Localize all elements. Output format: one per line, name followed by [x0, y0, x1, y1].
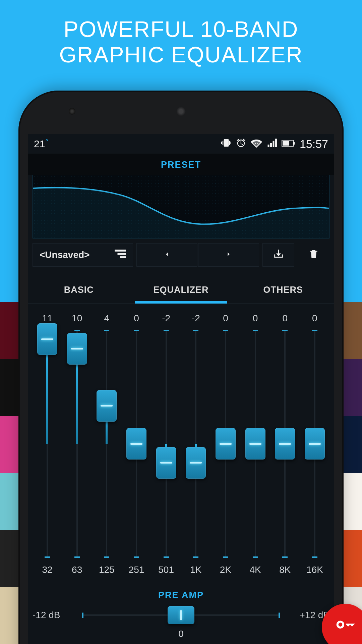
- tab-equalizer[interactable]: EQUALIZER: [130, 276, 232, 303]
- preset-delete-button[interactable]: [298, 243, 329, 267]
- eq-band-freq: 63: [72, 565, 82, 575]
- phone-earpiece: [176, 107, 186, 116]
- key-icon: [334, 615, 357, 640]
- preset-picker[interactable]: <Unsaved>: [33, 243, 133, 267]
- svg-rect-2: [283, 141, 289, 146]
- svg-rect-3: [115, 250, 126, 252]
- wifi-icon: [251, 138, 262, 150]
- eq-band-value: 0: [223, 313, 228, 325]
- promo-bg-left: [0, 302, 20, 644]
- alarm-icon: [236, 138, 246, 150]
- eq-band-value: 0: [282, 313, 288, 325]
- preamp-label: PRE AMP: [33, 590, 329, 600]
- eq-band-slider[interactable]: [33, 330, 62, 558]
- trash-icon: [308, 248, 319, 262]
- promo-bg-right: [342, 302, 362, 644]
- phone-sensor: [69, 108, 75, 115]
- arrow-left-icon: [163, 250, 171, 260]
- preset-save-button[interactable]: [262, 243, 294, 267]
- eq-band-freq: 501: [158, 565, 174, 575]
- equalizer-panel: 1132106341250251-2501-21K02K04K08K016K: [28, 304, 334, 575]
- eq-band-slider[interactable]: [270, 330, 300, 558]
- eq-band-slider[interactable]: [122, 330, 151, 558]
- eq-band-slider[interactable]: [211, 330, 240, 558]
- preamp-min-label: -12 dB: [33, 610, 76, 621]
- eq-band-slider[interactable]: [92, 330, 121, 558]
- eq-band-freq: 251: [129, 565, 144, 575]
- phone-screen: 21° 15:57 P: [28, 134, 334, 644]
- tab-basic[interactable]: BASIC: [28, 276, 130, 303]
- eq-band-value: 0: [253, 313, 258, 325]
- list-icon: [115, 250, 126, 261]
- eq-band-32: 1132: [33, 313, 62, 575]
- signal-icon: [267, 138, 277, 150]
- eq-band-slider[interactable]: [181, 330, 210, 558]
- eq-band-16K: 016K: [300, 313, 329, 575]
- tab-others[interactable]: OTHERS: [232, 276, 334, 303]
- preset-section-header: PRESET: [28, 154, 334, 175]
- preamp-section: PRE AMP -12 dB +12 dB 0: [28, 590, 334, 639]
- preamp-slider[interactable]: [82, 605, 280, 625]
- eq-band-value: 10: [72, 313, 82, 325]
- eq-band-freq: 1K: [190, 565, 201, 575]
- eq-band-value: -2: [162, 313, 170, 325]
- eq-band-value: -2: [192, 313, 200, 325]
- preset-controls: <Unsaved>: [33, 243, 329, 267]
- eq-band-freq: 8K: [279, 565, 291, 575]
- tab-bar: BASIC EQUALIZER OTHERS: [28, 276, 334, 304]
- status-temperature: 21°: [34, 138, 48, 150]
- status-time: 15:57: [300, 138, 328, 151]
- arrow-right-icon: [225, 250, 232, 260]
- eq-band-slider[interactable]: [62, 330, 92, 558]
- promo-title: POWERFUL 10-BAND GRAPHIC EQUALIZER: [0, 0, 362, 68]
- eq-band-1K: -21K: [181, 313, 210, 575]
- eq-band-251: 0251: [122, 313, 151, 575]
- battery-icon: [282, 138, 295, 150]
- eq-band-2K: 02K: [211, 313, 240, 575]
- preset-current-name: <Unsaved>: [40, 250, 89, 260]
- eq-band-501: -2501: [152, 313, 181, 575]
- preset-prev-button[interactable]: [136, 243, 197, 267]
- preset-next-button[interactable]: [198, 243, 259, 267]
- eq-band-freq: 2K: [220, 565, 231, 575]
- eq-band-slider[interactable]: [152, 330, 181, 558]
- eq-band-8K: 08K: [270, 313, 300, 575]
- eq-band-value: 0: [134, 313, 139, 325]
- status-bar: 21° 15:57: [28, 134, 334, 154]
- eq-band-slider[interactable]: [300, 330, 329, 558]
- save-icon: [273, 248, 284, 262]
- phone-frame: 21° 15:57 P: [18, 91, 344, 644]
- eq-band-value: 4: [104, 313, 110, 325]
- eq-band-63: 1063: [62, 313, 92, 575]
- preamp-value: 0: [33, 629, 329, 639]
- eq-band-freq: 16K: [306, 565, 323, 575]
- eq-band-freq: 32: [42, 565, 52, 575]
- eq-band-4K: 04K: [241, 313, 270, 575]
- eq-band-slider[interactable]: [241, 330, 270, 558]
- eq-band-freq: 4K: [249, 565, 261, 575]
- svg-rect-1: [294, 142, 295, 145]
- eq-band-value: 0: [312, 313, 317, 325]
- vibrate-icon: [221, 138, 231, 150]
- svg-rect-5: [120, 256, 126, 258]
- svg-rect-4: [118, 253, 126, 255]
- eq-response-graph: [33, 175, 329, 238]
- eq-band-125: 4125: [92, 313, 121, 575]
- eq-band-freq: 125: [99, 565, 115, 575]
